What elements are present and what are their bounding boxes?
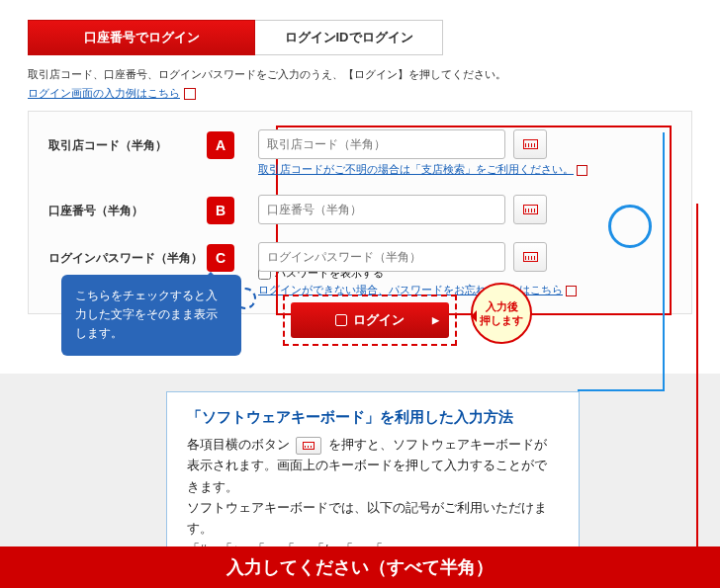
example-link[interactable]: ログイン画面の入力例はこちら [28,86,196,101]
annotation-leader-blue-h [578,389,665,391]
branch-code-input[interactable] [258,129,505,159]
software-keyboard-title: 「ソフトウェアキーボード」を利用した入力方法 [187,408,559,427]
badge-b: B [207,197,234,224]
instructions-text: 取引店コード、口座番号、ログインパスワードをご入力のうえ、【ログイン】を押してく… [28,67,692,82]
account-number-label: 口座番号（半角） [48,195,207,219]
login-button-highlight: ログイン [283,294,457,346]
keyboard-icon [523,205,538,214]
badge-a: A [207,131,234,159]
keyboard-icon [523,139,538,149]
login-tabs: 口座番号でログイン ログインIDでログイン [28,20,692,55]
password-input[interactable] [258,242,505,272]
press-after-input-bubble: 入力後 押します [471,283,532,344]
keyboard-icon [303,442,315,450]
annotation-leader-red [696,204,698,547]
branch-code-keyboard-button[interactable] [513,129,547,159]
sw-p1a: 各項目横のボタン [187,438,290,452]
annotation-leader-blue [663,132,665,389]
password-label: ログインパスワード（半角） [48,242,207,267]
login-button-label: ログイン [353,311,405,329]
password-keyboard-button[interactable] [513,242,547,272]
inline-keyboard-button-example [296,437,321,455]
login-button[interactable]: ログイン [291,302,449,338]
sw-p2: ソフトウェアキーボードでは、以下の記号がご利用いただけます。 [187,501,547,536]
tab-login-id[interactable]: ログインIDでログイン [255,20,443,55]
show-password-tooltip: こちらをチェックすると入力した文字をそのまま表示します。 [61,275,241,356]
keyboard-icon [523,252,538,262]
account-number-keyboard-button[interactable] [513,195,547,224]
account-number-input[interactable] [258,195,505,224]
branch-search-link[interactable]: 取引店コードがご不明の場合は「支店検索」をご利用ください。 [258,163,587,177]
tab-account-number[interactable]: 口座番号でログイン [28,20,255,55]
bottom-instruction-bar: 入力してください（すべて半角） [0,546,720,588]
branch-code-label: 取引店コード（半角） [48,129,207,154]
